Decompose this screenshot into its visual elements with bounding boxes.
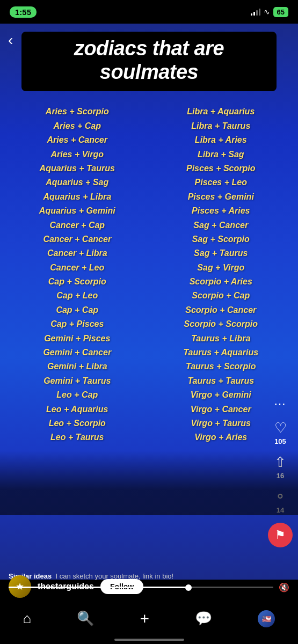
- zodiac-list-item: Taurus + Scorpio: [149, 360, 293, 374]
- nav-search[interactable]: 🔍: [77, 610, 94, 627]
- zodiac-list-item: Aquarius + Libra: [5, 190, 149, 204]
- zodiac-list-item: Cancer + Cap: [5, 218, 149, 232]
- zodiac-list: Aries + ScorpioAries + CapAries + Cancer…: [0, 102, 298, 450]
- search-icon: 🔍: [77, 610, 94, 627]
- nav-messages[interactable]: 💬: [195, 610, 212, 627]
- share-count: 16: [277, 472, 284, 480]
- signal-icon: [251, 8, 260, 16]
- progress-fill: [9, 587, 188, 588]
- nav-create[interactable]: +: [140, 610, 150, 628]
- zodiac-list-item: Taurus + Aquarius: [149, 346, 293, 360]
- more-options-button[interactable]: ⋯: [274, 397, 287, 411]
- comment-count: 14: [277, 506, 284, 514]
- zodiac-list-item: Sag + Scorpio: [149, 232, 293, 246]
- zodiac-list-item: Aquarius + Taurus: [5, 162, 149, 175]
- zodiac-list-item: Sag + Virgo: [149, 261, 293, 275]
- like-count: 105: [274, 437, 286, 445]
- status-icons: ∿ 65: [251, 7, 288, 17]
- nav-profile[interactable]: 🇺🇸: [258, 610, 275, 627]
- progress-thumb: [185, 584, 192, 591]
- zodiac-list-item: Cap + Cap: [5, 303, 149, 317]
- zodiac-list-item: Aries + Virgo: [5, 148, 149, 162]
- zodiac-list-item: Cancer + Libra: [5, 246, 149, 260]
- zodiac-list-item: Taurus + Libra: [149, 332, 293, 346]
- plus-icon: +: [140, 610, 150, 628]
- share-icon: ⇧: [274, 454, 286, 471]
- zodiac-list-item: Leo + Scorpio: [5, 416, 149, 430]
- comment-icon: ⚬: [274, 488, 286, 505]
- zodiac-list-item: Libra + Sag: [149, 148, 293, 162]
- zodiac-list-item: Pisces + Scorpio: [149, 162, 293, 175]
- zodiac-list-item: Sag + Cancer: [149, 218, 293, 232]
- back-button[interactable]: ‹: [8, 32, 13, 49]
- bottom-nav: ⌂ 🔍 + 💬 🇺🇸: [0, 601, 298, 644]
- progress-container[interactable]: 🔇: [0, 582, 298, 592]
- profile-flag-icon: 🇺🇸: [262, 614, 271, 623]
- zodiac-left-column: Aries + ScorpioAries + CapAries + Cancer…: [5, 105, 149, 444]
- zodiac-list-item: Leo + Aquarius: [5, 402, 149, 416]
- zodiac-list-item: Aquarius + Gemini: [5, 204, 149, 218]
- zodiac-list-item: Aries + Scorpio: [5, 105, 149, 119]
- side-actions: ⋯ ♡ 105 ⇧ 16 ⚬ 14 ⚑: [268, 397, 293, 547]
- zodiac-list-item: Pisces + Gemini: [149, 190, 293, 204]
- bookmark-button[interactable]: ⚑: [268, 523, 293, 547]
- title-container: zodiacs that are soulmates: [0, 24, 298, 102]
- bottom-overlay: [0, 451, 298, 515]
- chat-icon: 💬: [195, 610, 212, 627]
- zodiac-list-item: Cap + Scorpio: [5, 275, 149, 289]
- zodiac-list-item: Sag + Taurus: [149, 246, 293, 260]
- zodiac-list-item: Aquarius + Sag: [5, 175, 149, 189]
- zodiac-list-item: Aries + Cancer: [5, 133, 149, 147]
- zodiac-list-item: Libra + Aquarius: [149, 105, 293, 119]
- zodiac-list-item: Gemini + Taurus: [5, 374, 149, 388]
- like-button[interactable]: ♡ 105: [274, 420, 287, 445]
- zodiac-right-column: Libra + AquariusLibra + TaurusLibra + Ar…: [149, 105, 293, 444]
- main-content: ‹ zodiacs that are soulmates Aries + Sco…: [0, 24, 298, 580]
- zodiac-list-item: Leo + Cap: [5, 388, 149, 402]
- volume-icon[interactable]: 🔇: [279, 582, 289, 592]
- zodiac-list-item: Pisces + Leo: [149, 175, 293, 189]
- zodiac-list-item: Gemini + Pisces: [5, 332, 149, 346]
- heart-icon: ♡: [274, 420, 287, 436]
- zodiac-list-item: Pisces + Aries: [149, 204, 293, 218]
- zodiac-list-item: Scorpio + Cancer: [149, 303, 293, 317]
- zodiac-list-item: Libra + Aries: [149, 133, 293, 147]
- zodiac-list-item: Cap + Leo: [5, 289, 149, 303]
- zodiac-list-item: Scorpio + Cap: [149, 289, 293, 303]
- status-bar: 1:55 ∿ 65: [0, 0, 298, 24]
- zodiac-list-item: Cap + Pisces: [5, 317, 149, 331]
- zodiac-list-item: Scorpio + Aries: [149, 275, 293, 289]
- zodiac-list-item: Cancer + Leo: [5, 261, 149, 275]
- bookmark-icon: ⚑: [275, 528, 286, 542]
- zodiac-list-item: Scorpio + Scorpio: [149, 317, 293, 331]
- zodiac-list-item: Gemini + Cancer: [5, 346, 149, 360]
- zodiac-list-item: Aries + Cap: [5, 119, 149, 133]
- nav-home[interactable]: ⌂: [23, 610, 32, 627]
- home-icon: ⌂: [23, 610, 32, 627]
- home-indicator: [114, 639, 184, 641]
- zodiac-list-item: Gemini + Libra: [5, 360, 149, 374]
- progress-bar[interactable]: [9, 587, 273, 588]
- battery-indicator: 65: [273, 7, 288, 17]
- zodiac-list-item: Taurus + Taurus: [149, 374, 293, 388]
- zodiac-list-item: Cancer + Cancer: [5, 232, 149, 246]
- wifi-icon: ∿: [264, 8, 270, 16]
- status-time: 1:55: [10, 6, 37, 18]
- zodiac-list-item: Libra + Taurus: [149, 119, 293, 133]
- share-button[interactable]: ⇧ 16: [274, 454, 286, 480]
- comment-button[interactable]: ⚬ 14: [274, 488, 286, 514]
- page-title: zodiacs that are soulmates: [21, 32, 277, 91]
- zodiac-list-item: Leo + Taurus: [5, 430, 149, 444]
